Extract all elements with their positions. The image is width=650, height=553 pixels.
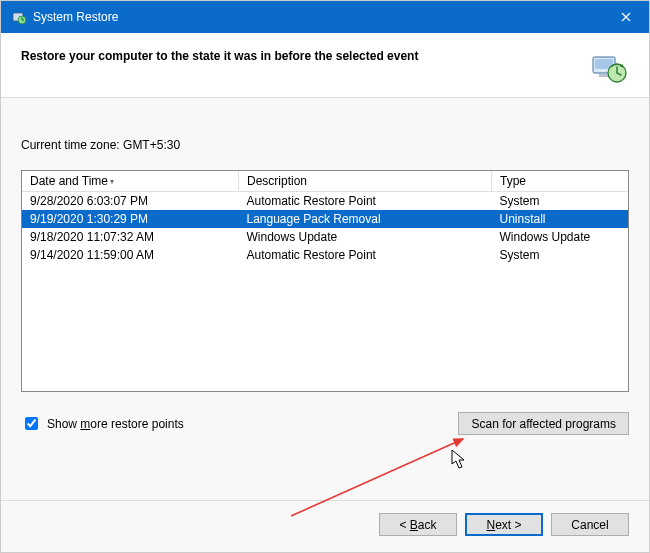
cell-date: 9/18/2020 11:07:32 AM: [22, 228, 239, 246]
cell-date: 9/28/2020 6:03:07 PM: [22, 192, 239, 211]
cell-date: 9/14/2020 11:59:00 AM: [22, 246, 239, 264]
window-title: System Restore: [33, 10, 603, 24]
scan-affected-button[interactable]: Scan for affected programs: [458, 412, 629, 435]
show-more-label: Show more restore points: [47, 417, 184, 431]
close-button[interactable]: [603, 1, 649, 33]
table-row[interactable]: 9/18/2020 11:07:32 AMWindows UpdateWindo…: [22, 228, 628, 246]
cell-description: Windows Update: [239, 228, 492, 246]
back-button[interactable]: < Back: [379, 513, 457, 536]
cell-description: Automatic Restore Point: [239, 246, 492, 264]
sort-descending-icon: ▾: [110, 177, 114, 186]
cell-type: System: [492, 246, 629, 264]
cell-description: Automatic Restore Point: [239, 192, 492, 211]
header-text: Restore your computer to the state it wa…: [21, 47, 589, 63]
cancel-button[interactable]: Cancel: [551, 513, 629, 536]
restore-icon: [11, 9, 27, 25]
column-header-date[interactable]: Date and Time▾: [22, 171, 239, 192]
cell-type: System: [492, 192, 629, 211]
next-button[interactable]: Next >: [465, 513, 543, 536]
column-header-date-label: Date and Time: [30, 174, 108, 188]
below-table-row: Show more restore points Scan for affect…: [21, 412, 629, 435]
restore-large-icon: [589, 47, 629, 87]
cell-type: Windows Update: [492, 228, 629, 246]
cell-type: Uninstall: [492, 210, 629, 228]
column-header-description[interactable]: Description: [239, 171, 492, 192]
system-restore-window: System Restore Restore your computer to …: [0, 0, 650, 553]
column-header-type[interactable]: Type: [492, 171, 629, 192]
cell-description: Language Pack Removal: [239, 210, 492, 228]
table-row[interactable]: 9/19/2020 1:30:29 PMLanguage Pack Remova…: [22, 210, 628, 228]
titlebar: System Restore: [1, 1, 649, 33]
restore-points-table[interactable]: Date and Time▾ Description Type 9/28/202…: [21, 170, 629, 392]
wizard-footer: < Back Next > Cancel: [1, 500, 649, 552]
table-row[interactable]: 9/28/2020 6:03:07 PMAutomatic Restore Po…: [22, 192, 628, 211]
wizard-header: Restore your computer to the state it wa…: [1, 33, 649, 98]
content-area: Current time zone: GMT+5:30 Date and Tim…: [1, 98, 649, 500]
table-row[interactable]: 9/14/2020 11:59:00 AMAutomatic Restore P…: [22, 246, 628, 264]
cell-date: 9/19/2020 1:30:29 PM: [22, 210, 239, 228]
timezone-label: Current time zone: GMT+5:30: [21, 138, 629, 152]
show-more-checkbox-input[interactable]: [25, 417, 38, 430]
show-more-checkbox[interactable]: Show more restore points: [21, 414, 184, 433]
